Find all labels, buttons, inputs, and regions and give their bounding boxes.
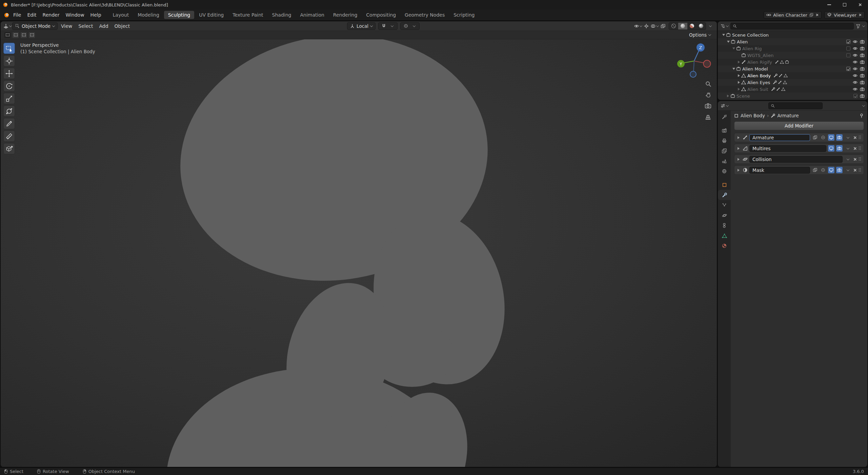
properties-search-input[interactable] [776, 103, 820, 108]
chevron-down-icon[interactable] [862, 104, 865, 106]
on-cage-toggle[interactable] [820, 134, 826, 141]
workspace-tab-scripting[interactable]: Scripting [449, 11, 479, 19]
workspace-tab-sculpting[interactable]: Sculpting [164, 11, 194, 19]
outliner-row-wgts-alien[interactable]: WGTS_Alien [718, 52, 867, 59]
expand-icon[interactable] [727, 95, 729, 97]
expand-icon[interactable] [738, 136, 740, 139]
exclude-checkbox[interactable] [853, 94, 857, 98]
breadcrumb-modifier[interactable]: Armature [777, 113, 799, 118]
modifier-panel-collision[interactable]: Collision [734, 155, 864, 164]
exclude-checkbox[interactable] [846, 67, 850, 71]
tool-measure[interactable] [3, 131, 15, 142]
tab-constraint-properties[interactable] [718, 220, 731, 231]
disable-render-icon[interactable] [860, 60, 865, 64]
workspace-tab-compositing[interactable]: Compositing [362, 11, 400, 19]
drag-handle-icon[interactable] [859, 168, 862, 172]
expand-icon[interactable] [738, 74, 740, 77]
navigation-gizmo[interactable]: Z Y [675, 41, 713, 79]
hide-viewport-icon[interactable] [853, 60, 857, 64]
outliner-row-scene-collection[interactable]: Scene Collection [718, 32, 867, 38]
modifier-name-field[interactable]: Multires [749, 145, 826, 152]
xray-toggle[interactable] [659, 22, 667, 30]
workspace-tab-animation[interactable]: Animation [296, 11, 328, 19]
on-cage-toggle[interactable] [820, 167, 826, 173]
expand-icon[interactable] [738, 158, 740, 161]
modifier-name-field[interactable]: Collision [749, 156, 843, 163]
menu-file[interactable]: File [10, 9, 24, 20]
tool-scale[interactable] [3, 93, 15, 104]
workspace-tab-geometry-nodes[interactable]: Geometry Nodes [401, 11, 449, 19]
tab-object-data-properties[interactable] [718, 231, 731, 241]
viewport-menu-object[interactable]: Object [112, 23, 133, 29]
modifier-panel-armature[interactable]: Armature [734, 133, 864, 142]
modifier-panel-multires[interactable]: Multires [734, 144, 864, 153]
disable-render-icon[interactable] [860, 87, 865, 92]
tab-object-properties[interactable] [718, 180, 731, 190]
new-scene-icon[interactable] [809, 13, 813, 17]
modifier-name-field[interactable]: Armature [749, 134, 810, 141]
outliner-row-alien-rig[interactable]: Alien Rig [718, 45, 867, 52]
outliner-row-alien-body[interactable]: Alien Body [718, 72, 867, 79]
modifier-extras-menu[interactable] [844, 145, 852, 152]
outliner-search[interactable] [730, 23, 854, 29]
properties-editor-type-button[interactable] [721, 102, 728, 110]
proportional-falloff-dropdown[interactable] [410, 22, 418, 30]
modifier-extras-menu[interactable] [844, 166, 852, 174]
filter-icon[interactable] [856, 24, 861, 28]
tab-particle-properties[interactable] [718, 200, 731, 210]
properties-search[interactable] [768, 102, 823, 109]
unlink-scene-icon[interactable] [816, 14, 819, 17]
shading-wireframe-button[interactable] [669, 22, 678, 30]
workspace-tab-layout[interactable]: Layout [109, 11, 133, 19]
expand-icon[interactable] [738, 147, 740, 150]
expand-icon[interactable] [738, 81, 740, 84]
select-mode-new-button[interactable] [4, 32, 11, 38]
maximize-button[interactable] [837, 0, 852, 9]
disable-render-icon[interactable] [860, 66, 865, 71]
realtime-toggle[interactable] [828, 134, 834, 141]
viewport-menu-view[interactable]: View [58, 23, 75, 29]
hide-viewport-icon[interactable] [853, 53, 857, 58]
outliner-row-alien-rigify[interactable]: Alien Rigify [718, 59, 867, 65]
workspace-tab-modeling[interactable]: Modeling [134, 11, 163, 19]
disable-render-icon[interactable] [860, 46, 865, 51]
snap-toggle[interactable] [380, 22, 387, 30]
delete-modifier-icon[interactable] [853, 147, 857, 150]
hide-viewport-icon[interactable] [853, 87, 857, 92]
menu-edit[interactable]: Edit [24, 9, 39, 20]
select-mode-subtract-button[interactable] [20, 32, 27, 38]
exclude-checkbox[interactable] [846, 40, 850, 44]
tab-material-properties[interactable] [718, 241, 731, 251]
workspace-tab-rendering[interactable]: Rendering [329, 11, 362, 19]
render-toggle[interactable] [836, 167, 843, 173]
tool-cursor[interactable] [3, 55, 15, 66]
disable-render-icon[interactable] [860, 80, 865, 85]
outliner-editor-type-button[interactable] [721, 22, 728, 30]
hide-viewport-icon[interactable] [853, 46, 857, 51]
editor-type-button[interactable] [3, 22, 12, 30]
toggle-perspective-icon[interactable] [705, 114, 711, 120]
gizmos-toggle[interactable] [643, 22, 650, 30]
pin-icon[interactable] [859, 113, 864, 118]
hide-viewport-icon[interactable] [853, 80, 857, 85]
select-mode-intersect-button[interactable] [28, 32, 35, 38]
modifier-name-field[interactable]: Mask [749, 167, 810, 174]
viewport-menu-select[interactable]: Select [76, 23, 96, 29]
tool-select-box[interactable] [3, 43, 15, 54]
outliner-row-scene[interactable]: Scene [718, 93, 867, 99]
tool-rotate[interactable] [3, 80, 15, 92]
outliner-row-alien-model[interactable]: Alien Model [718, 65, 867, 72]
chevron-down-icon[interactable] [862, 24, 865, 27]
shading-solid-button[interactable] [678, 22, 687, 30]
modifier-extras-menu[interactable] [844, 134, 852, 141]
tab-scene-properties[interactable] [718, 156, 731, 166]
workspace-tab-shading[interactable]: Shading [268, 11, 296, 19]
visibility-dropdown[interactable] [634, 22, 642, 30]
exclude-checkbox[interactable] [846, 53, 850, 57]
shading-rendered-button[interactable] [697, 22, 706, 30]
disable-render-icon[interactable] [860, 39, 865, 44]
tab-world-properties[interactable] [718, 166, 731, 176]
expand-icon[interactable] [732, 47, 735, 50]
drag-handle-icon[interactable] [859, 136, 862, 140]
close-button[interactable] [852, 0, 868, 9]
